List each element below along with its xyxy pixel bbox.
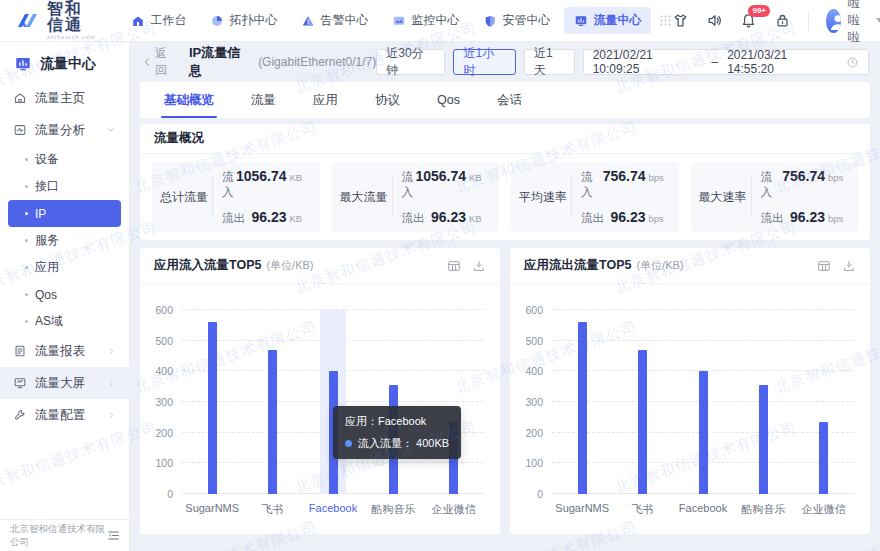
- x-axis-label[interactable]: 飞书: [242, 494, 302, 524]
- tab-bar: 基础概览 流量 应用 协议 Qos 会话: [140, 82, 870, 118]
- x-axis-label[interactable]: 酷狗音乐: [363, 494, 423, 524]
- bar-slot[interactable]: [733, 310, 793, 494]
- sidebar-item-label: 流量主页: [35, 90, 85, 107]
- chart-title: 应用流入流量TOP5: [154, 257, 261, 274]
- charts-row: 应用流入流量TOP5 (单位/KB) 0100200300400500600: [140, 248, 870, 534]
- sidebar-item-ip[interactable]: IP: [8, 200, 121, 227]
- bar-酷狗音乐[interactable]: [759, 385, 768, 494]
- bar-slot[interactable]: [673, 310, 733, 494]
- y-tick-label: 600: [525, 304, 543, 316]
- stat-card-avg-rate: 平均速率 流入756.74bps 流出96.23bps: [511, 162, 679, 232]
- download-icon[interactable]: [472, 259, 486, 273]
- bar-slot[interactable]: [552, 310, 612, 494]
- x-axis-label[interactable]: Facebook: [673, 494, 733, 524]
- download-icon[interactable]: [842, 259, 856, 273]
- sidebar-item-traffic-bigscreen[interactable]: 流量大屏: [0, 367, 129, 399]
- date-end: 2021/03/21 14:55:20: [727, 48, 837, 76]
- time-button-1hour[interactable]: 近1小时: [453, 49, 516, 75]
- tab-traffic[interactable]: 流量: [251, 82, 276, 118]
- date-range-picker[interactable]: 2021/02/21 10:09:25 – 2021/03/21 14:55:2…: [583, 49, 869, 75]
- divider: [571, 176, 572, 218]
- bar-slot[interactable]: [303, 310, 363, 494]
- sidebar-item-service[interactable]: 服务: [8, 227, 121, 254]
- notification-bell-icon[interactable]: 99+: [740, 12, 757, 29]
- bar-飞书[interactable]: [268, 350, 277, 494]
- bar-slot[interactable]: [182, 310, 242, 494]
- stat-cards-row: 总计流量 流入1056.74KB 流出96.23KB 最大流量 流入1056.7…: [140, 154, 870, 240]
- lock-icon[interactable]: [774, 12, 791, 29]
- time-button-1day[interactable]: 近1天: [524, 49, 575, 75]
- stat-unit: KB: [469, 213, 489, 224]
- chart-title: 应用流出流量TOP5: [524, 257, 631, 274]
- y-tick-label: 200: [155, 427, 173, 439]
- sidebar-item-interface[interactable]: 接口: [8, 173, 121, 200]
- tab-application[interactable]: 应用: [313, 82, 338, 118]
- nav-item-topology-center[interactable]: 拓扑中心: [200, 7, 287, 34]
- content: 基础概览 流量 应用 协议 Qos 会话 流量概况 总计流量 流入1056.74…: [130, 82, 880, 534]
- sidebar: 流量中心 流量主页 流量分析 设备 接口 IP 服务 应用 Qos AS域: [0, 42, 130, 551]
- shield-icon: [483, 14, 497, 28]
- nav-item-security-center[interactable]: 安管中心: [473, 7, 560, 34]
- x-axis: SugarNMS飞书Facebook酷狗音乐企业微信: [552, 494, 854, 524]
- stat-unit: bps: [649, 172, 669, 183]
- x-axis-label[interactable]: 飞书: [612, 494, 672, 524]
- nav-item-traffic-center[interactable]: 流量中心: [564, 7, 651, 34]
- x-axis-label[interactable]: SugarNMS: [552, 494, 612, 524]
- brand-logo: 智和信通 zhihetech.com: [16, 1, 95, 41]
- report-document-icon: [13, 344, 27, 358]
- nav-item-monitor-center[interactable]: 监控中心: [382, 7, 469, 34]
- nav-item-alarm-center[interactable]: 告警中心: [291, 7, 378, 34]
- bar-slot[interactable]: [612, 310, 672, 494]
- apps-grid-icon[interactable]: [659, 14, 672, 27]
- stat-label: 最大流量: [336, 189, 392, 206]
- bar-飞书[interactable]: [638, 350, 647, 494]
- theme-shirt-icon[interactable]: [672, 12, 689, 29]
- y-axis: 0100200300400500600: [518, 310, 552, 494]
- sidebar-item-qos[interactable]: Qos: [8, 281, 121, 308]
- sidebar-item-traffic-config[interactable]: 流量配置: [0, 399, 129, 431]
- x-axis-label[interactable]: Facebook: [303, 494, 363, 524]
- chevron-right-icon: [107, 347, 116, 356]
- tab-basic-overview[interactable]: 基础概览: [164, 82, 214, 118]
- stat-key: 流出: [761, 211, 784, 226]
- sidebar-item-traffic-home[interactable]: 流量主页: [0, 82, 129, 114]
- sidebar-item-application[interactable]: 应用: [8, 254, 121, 281]
- x-axis-label[interactable]: 酷狗音乐: [733, 494, 793, 524]
- x-axis-label[interactable]: 企业微信: [424, 494, 484, 524]
- divider: [392, 176, 393, 218]
- tab-session[interactable]: 会话: [497, 82, 522, 118]
- x-axis: SugarNMS飞书Facebook酷狗音乐企业微信: [182, 494, 484, 524]
- sidebar-item-device[interactable]: 设备: [8, 146, 121, 173]
- sidebar-item-traffic-report[interactable]: 流量报表: [0, 335, 129, 367]
- sidebar-group-traffic-analysis[interactable]: 流量分析: [0, 114, 129, 146]
- table-view-icon[interactable]: [447, 259, 461, 273]
- stat-unit: bps: [649, 213, 669, 224]
- sidebar-item-label: 接口: [35, 178, 59, 195]
- x-axis-label[interactable]: 企业微信: [794, 494, 854, 524]
- bar-chart-inflow: 0100200300400500600 应用：Facebook流入流量： 400…: [148, 310, 484, 524]
- bar-企业微信[interactable]: [819, 422, 828, 494]
- time-button-30min[interactable]: 近30分钟: [376, 49, 445, 75]
- nav-item-workbench[interactable]: 工作台: [121, 7, 196, 34]
- tab-qos[interactable]: Qos: [437, 82, 460, 118]
- back-button[interactable]: 返回: [141, 45, 179, 79]
- collapse-sidebar-icon[interactable]: [106, 528, 121, 543]
- tab-protocol[interactable]: 协议: [375, 82, 400, 118]
- bar-Facebook[interactable]: [699, 371, 708, 494]
- sound-icon[interactable]: [706, 12, 723, 29]
- bar-SugarNMS[interactable]: [208, 322, 217, 494]
- bar-slot[interactable]: [363, 310, 423, 494]
- divider: [212, 176, 213, 218]
- bar-slot[interactable]: [794, 310, 854, 494]
- bar-slot[interactable]: [424, 310, 484, 494]
- bar-SugarNMS[interactable]: [578, 322, 587, 494]
- table-view-icon[interactable]: [817, 259, 831, 273]
- sidebar-item-as-domain[interactable]: AS域: [8, 308, 121, 335]
- x-axis-label[interactable]: SugarNMS: [182, 494, 242, 524]
- overview-title: 流量概况: [140, 124, 870, 154]
- bar-slot[interactable]: [242, 310, 302, 494]
- chart-card-app-outflow-top5: 应用流出流量TOP5 (单位/KB) 0100200300400500600: [510, 248, 870, 534]
- user-menu[interactable]: 啦啦啦: [826, 0, 880, 46]
- time-filter-group: 近30分钟 近1小时 近1天 2021/02/21 10:09:25 – 202…: [376, 49, 869, 75]
- sidebar-header: 流量中心: [0, 46, 129, 82]
